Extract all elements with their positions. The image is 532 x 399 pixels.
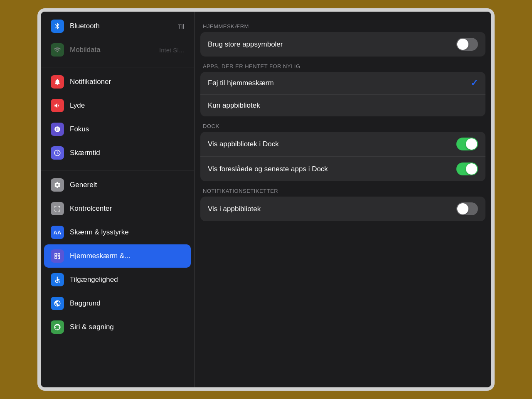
toggle-knob-vis-appbibliotek-dock <box>466 138 477 150</box>
settings-content: HJEMMESKÆRMBrug store appsymbolerAPPS, D… <box>195 12 491 387</box>
setting-label-store-appsymboler: Brug store appsymboler <box>208 40 456 49</box>
toggle-vis-appbibliotek-dock[interactable] <box>456 138 478 150</box>
sidebar-group-0: BluetoothTil MobildataIntet SI... <box>41 12 194 64</box>
baggrund-icon <box>51 297 64 310</box>
setting-row-foj-til-hjemmeskaerm[interactable]: Føj til hjemmeskærm✓ <box>200 72 485 95</box>
toggle-store-appsymboler[interactable] <box>456 38 478 51</box>
bluetooth-value: Til <box>178 23 184 30</box>
sidebar-item-notifikationer[interactable]: Notifikationer <box>44 70 191 94</box>
toggle-knob-vis-foreslaede <box>466 163 477 175</box>
skaermtid-icon <box>51 146 64 160</box>
section-header-hjemmeskaerm-section: HJEMMESKÆRM <box>195 20 491 32</box>
generelt-icon <box>51 178 64 192</box>
skaerm-label: Skærm & lysstyrke <box>70 228 184 236</box>
toggle-knob-vis-i-appbibliotek <box>457 203 468 214</box>
section-header-notifikationsetiketter-section: NOTIFIKATIONSETIKETTER <box>195 185 491 197</box>
setting-row-kun-appbibliotek[interactable]: Kun appbibliotek <box>200 95 485 116</box>
baggrund-label: Baggrund <box>70 299 184 308</box>
mobildata-label: Mobildata <box>70 46 159 54</box>
svg-point-0 <box>57 277 58 278</box>
sidebar-item-skaerm[interactable]: AASkærm & lysstyrke <box>44 221 191 244</box>
section-dock-section: DOCKVis appbibliotek i DockVis foreslåed… <box>195 120 491 181</box>
checkmark-foj-til-hjemmeskaerm: ✓ <box>470 78 478 89</box>
sidebar-item-skaermtid[interactable]: Skærmtid <box>44 141 191 165</box>
sidebar-item-generelt[interactable]: Generelt <box>44 173 191 197</box>
setting-label-foj-til-hjemmeskaerm: Føj til hjemmeskærm <box>208 79 470 87</box>
section-body-notifikationsetiketter-section: Vis i appbibliotek <box>200 197 485 221</box>
notifikationer-label: Notifikationer <box>70 78 184 86</box>
toggle-vis-foreslaede[interactable] <box>456 163 478 175</box>
lyde-icon <box>51 99 64 112</box>
sidebar-item-tilgaengelighed[interactable]: Tilgængelighed <box>44 268 191 291</box>
setting-row-vis-foreslaede[interactable]: Vis foreslåede og seneste apps i Dock <box>200 157 485 181</box>
section-body-hjemmeskaerm-section: Brug store appsymboler <box>200 32 485 57</box>
section-apps-hentet-section: APPS, DER ER HENTET FOR NYLIGFøj til hje… <box>195 60 491 116</box>
section-notifikationsetiketter-section: NOTIFIKATIONSETIKETTERVis i appbibliotek <box>195 185 491 221</box>
kontrolcenter-label: Kontrolcenter <box>70 204 184 213</box>
setting-row-vis-i-appbibliotek[interactable]: Vis i appbibliotek <box>200 197 485 221</box>
sidebar-item-lyde[interactable]: Lyde <box>44 94 191 117</box>
section-header-dock-section: DOCK <box>195 120 491 132</box>
siri-icon <box>51 320 64 334</box>
mobildata-icon <box>51 43 64 57</box>
sidebar: BluetoothTil MobildataIntet SI... Notifi… <box>41 12 195 387</box>
section-body-dock-section: Vis appbibliotek i DockVis foreslåede og… <box>200 132 485 181</box>
device-frame: BluetoothTil MobildataIntet SI... Notifi… <box>37 8 495 391</box>
section-header-apps-hentet-section: APPS, DER ER HENTET FOR NYLIG <box>195 60 491 72</box>
lyde-label: Lyde <box>70 101 184 110</box>
setting-row-store-appsymboler[interactable]: Brug store appsymboler <box>200 32 485 57</box>
section-body-apps-hentet-section: Føj til hjemmeskærm✓Kun appbibliotek <box>200 72 485 116</box>
section-hjemmeskaerm-section: HJEMMESKÆRMBrug store appsymboler <box>195 20 491 57</box>
tilgaengelighed-icon <box>51 273 64 286</box>
sidebar-group-1: Notifikationer Lyde Fokus Skærmtid <box>41 67 194 167</box>
toggle-vis-i-appbibliotek[interactable] <box>456 202 478 215</box>
sidebar-item-kontrolcenter[interactable]: Kontrolcenter <box>44 197 191 220</box>
mobildata-value: Intet SI... <box>159 47 184 54</box>
sidebar-item-siri[interactable]: Siri & søgning <box>44 315 191 339</box>
fokus-icon <box>51 123 64 136</box>
toggle-knob-store-appsymboler <box>457 39 468 50</box>
setting-label-vis-appbibliotek-dock: Vis appbibliotek i Dock <box>208 140 456 148</box>
hjemmeskaerm-icon <box>51 249 64 263</box>
bluetooth-icon <box>51 20 64 33</box>
sidebar-item-fokus[interactable]: Fokus <box>44 118 191 141</box>
skaermtid-label: Skærmtid <box>70 149 184 157</box>
tilgaengelighed-label: Tilgængelighed <box>70 276 184 284</box>
sidebar-item-baggrund[interactable]: Baggrund <box>44 292 191 315</box>
siri-label: Siri & søgning <box>70 323 184 331</box>
notifikationer-icon <box>51 75 64 89</box>
setting-label-vis-i-appbibliotek: Vis i appbibliotek <box>208 205 456 213</box>
sidebar-item-mobildata[interactable]: MobildataIntet SI... <box>44 38 191 62</box>
setting-label-kun-appbibliotek: Kun appbibliotek <box>208 101 478 110</box>
bluetooth-label: Bluetooth <box>70 22 178 30</box>
sidebar-item-bluetooth[interactable]: BluetoothTil <box>44 15 191 38</box>
skaerm-icon: AA <box>51 226 64 239</box>
sidebar-group-2: Generelt KontrolcenterAASkærm & lysstyrk… <box>41 170 194 342</box>
generelt-label: Generelt <box>70 181 184 189</box>
setting-row-vis-appbibliotek-dock[interactable]: Vis appbibliotek i Dock <box>200 132 485 157</box>
kontrolcenter-icon <box>51 202 64 215</box>
sidebar-item-hjemmeskaerm[interactable]: Hjemmeskærm &... <box>44 244 191 268</box>
fokus-label: Fokus <box>70 125 184 133</box>
hjemmeskaerm-label: Hjemmeskærm &... <box>70 252 184 260</box>
setting-label-vis-foreslaede: Vis foreslåede og seneste apps i Dock <box>208 165 456 173</box>
